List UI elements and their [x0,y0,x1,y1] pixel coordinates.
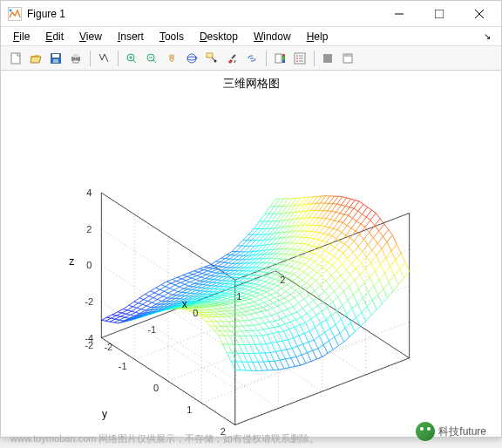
svg-line-234 [193,284,199,287]
svg-line-1304 [241,331,246,336]
menu-window[interactable]: Window [252,31,293,43]
svg-line-2093 [331,211,336,212]
svg-line-1497 [278,332,282,341]
svg-line-1524 [263,308,268,310]
axes-canvas[interactable]: 三维网格图 -2-1012-2-1012-4-2024xyz [7,71,495,437]
svg-line-1209 [229,336,234,344]
svg-line-2007 [357,258,362,263]
svg-line-802 [225,314,230,315]
show-plot-tools-button[interactable] [338,49,357,68]
menu-tools[interactable]: Tools [158,31,186,43]
svg-line-1619 [275,298,280,301]
svg-line-945 [323,296,329,302]
svg-line-1489 [245,301,249,303]
svg-line-1847 [329,286,334,291]
svg-line-1183 [120,316,125,317]
svg-line-1552 [252,295,256,296]
open-button[interactable] [26,49,45,68]
link-button[interactable] [242,49,261,68]
svg-line-1664 [207,275,211,275]
svg-line-570 [322,211,327,218]
svg-line-1516 [229,294,234,295]
minimize-button[interactable] [379,1,419,26]
svg-line-1240 [231,331,235,336]
svg-line-1627 [309,342,313,350]
svg-line-1933 [304,244,309,245]
svg-line-682 [252,293,257,295]
svg-line-1300 [225,314,229,316]
svg-line-396 [225,281,230,283]
insert-legend-button[interactable] [290,49,309,68]
brush-button[interactable] [222,49,241,68]
zoom-in-button[interactable] [122,49,141,68]
menu-help[interactable]: Help [305,31,330,43]
svg-line-2107 [390,267,395,275]
svg-text:z: z [69,255,74,268]
data-cursor-button[interactable] [202,49,221,68]
svg-line-79 [200,267,205,268]
insert-colorbar-button[interactable] [270,49,289,68]
svg-line-237 [209,276,214,279]
svg-line-739 [221,308,227,309]
svg-line-2042 [375,271,379,280]
svg-line-2132 [366,217,370,220]
save-button[interactable] [46,49,65,68]
edit-plot-button[interactable] [94,49,113,68]
print-button[interactable] [66,49,85,68]
svg-line-979 [338,291,343,296]
svg-line-178 [228,259,234,262]
svg-line-794 [351,221,356,228]
svg-line-773 [237,309,242,309]
title-bar[interactable]: Figure 1 [1,1,501,27]
svg-line-108 [187,275,193,277]
menu-edit[interactable]: Edit [44,31,65,43]
svg-line-571 [328,204,333,211]
svg-line-199 [173,292,178,295]
svg-line-497 [265,263,270,268]
svg-line-1624 [295,320,300,325]
svg-line-635 [336,205,341,212]
hide-plot-tools-button[interactable] [318,49,337,68]
svg-line-1941 [338,259,343,264]
svg-line-699 [344,207,349,214]
svg-line-2061 [326,218,330,219]
svg-line-846 [295,294,300,297]
zoom-out-button[interactable] [142,49,161,68]
svg-line-1464 [268,329,273,334]
svg-line-1587 [269,300,274,302]
svg-line-1206 [217,322,221,326]
svg-line-364 [220,281,226,283]
close-button[interactable] [459,1,499,26]
menu-file[interactable]: File [11,31,31,43]
svg-line-2037 [354,241,358,246]
svg-line-365 [226,277,231,281]
svg-line-660 [302,252,307,257]
svg-line-266 [197,285,202,288]
svg-line-262 [175,295,180,298]
pan-button[interactable] [162,49,181,68]
svg-line-1463 [264,323,268,329]
menu-view[interactable]: View [78,31,104,43]
menu-insert[interactable]: Insert [116,31,146,43]
svg-line-698 [339,214,344,221]
menu-desktop[interactable]: Desktop [198,31,240,43]
svg-line-714 [255,295,261,297]
svg-line-967 [273,332,278,333]
new-figure-button[interactable] [6,49,25,68]
svg-line-94 [111,316,116,318]
svg-line-877 [293,302,298,306]
svg-line-651 [253,289,258,292]
svg-line-1094 [284,368,289,369]
svg-line-1460 [252,310,256,313]
svg-line-1658 [309,331,314,340]
rotate-3d-button[interactable] [182,49,201,68]
svg-line-2063 [335,221,339,221]
dock-disclose-icon[interactable]: ↘ [484,31,491,41]
svg-line-872 [266,316,271,316]
maximize-button[interactable] [419,1,459,26]
svg-line-1661 [194,271,199,272]
svg-line-590 [261,276,266,280]
svg-line-1611 [241,285,246,286]
svg-line-1294 [200,305,204,306]
axes-3d: -2-1012-2-1012-4-2024xyz [7,71,495,437]
